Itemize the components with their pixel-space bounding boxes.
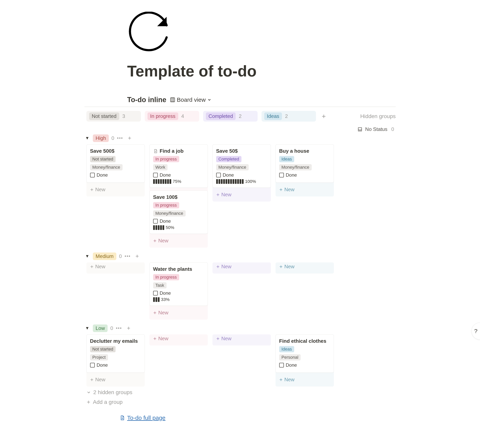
- column-in-progress-medium: Water the plants In progress Task Done 3…: [149, 262, 208, 320]
- checkbox-icon[interactable]: [279, 173, 284, 177]
- new-card-button[interactable]: New: [86, 262, 145, 271]
- count-in-progress: 4: [181, 113, 184, 119]
- group-count-low: 0: [110, 325, 113, 331]
- new-card-button[interactable]: New: [212, 190, 271, 199]
- progress-bars: [153, 225, 164, 230]
- checkbox-icon[interactable]: [153, 291, 158, 295]
- checkbox-icon[interactable]: [279, 363, 284, 367]
- done-label: Done: [160, 290, 171, 296]
- add-group-label: Add a group: [93, 399, 123, 405]
- svg-rect-0: [170, 98, 175, 102]
- tag-status: Ideas: [279, 156, 294, 162]
- group-pill-low[interactable]: Low: [93, 324, 108, 332]
- group-pill-medium[interactable]: Medium: [93, 252, 116, 260]
- tag-status: Ideas: [279, 346, 294, 352]
- hidden-groups-toggle[interactable]: 2 hidden groups: [86, 389, 396, 395]
- new-card-button[interactable]: New: [86, 185, 145, 194]
- no-status-label[interactable]: No Status: [365, 126, 387, 132]
- column-header-in-progress[interactable]: In progress 4: [145, 111, 199, 122]
- column-header-completed[interactable]: Completed 2: [203, 111, 258, 122]
- card-save-500[interactable]: Save 500$ Not started Money/finance Done: [86, 144, 145, 183]
- status-pill-not-started: Not started: [89, 112, 119, 120]
- new-card-button[interactable]: New: [149, 334, 208, 343]
- count-not-started: 3: [122, 113, 125, 119]
- column-header-not-started[interactable]: Not started 3: [86, 111, 141, 122]
- card-ethical-clothes[interactable]: Find ethical clothes Ideas Personal Done: [275, 334, 334, 373]
- card-title: Save 500$: [90, 148, 115, 154]
- column-in-progress-low: New: [149, 334, 208, 345]
- tag-category: Money/finance: [279, 164, 312, 170]
- refresh-icon: [127, 12, 170, 55]
- card-save-100[interactable]: Save 100$ In progress Money/finance Done…: [149, 190, 208, 234]
- column-completed-low: New: [212, 334, 271, 345]
- progress-pct: 75%: [173, 179, 181, 184]
- card-declutter-emails[interactable]: Declutter my emails Not started Project …: [86, 334, 145, 373]
- new-card-button[interactable]: New: [212, 262, 271, 271]
- new-card-button[interactable]: New: [149, 308, 208, 317]
- inbox-icon: [357, 127, 362, 132]
- tag-category: Task: [153, 282, 167, 288]
- divider: [85, 107, 396, 107]
- status-pill-ideas: Ideas: [264, 112, 282, 120]
- column-header-ideas[interactable]: Ideas 2: [261, 111, 316, 122]
- group-pill-high[interactable]: High: [93, 134, 109, 142]
- tag-status: In progress: [153, 274, 179, 280]
- full-page-link[interactable]: To-do full page: [120, 414, 396, 421]
- card-title: Declutter my emails: [90, 338, 138, 344]
- status-pill-completed: Completed: [206, 112, 236, 120]
- tag-category: Project: [90, 354, 108, 360]
- new-card-button[interactable]: New: [212, 334, 271, 343]
- group-menu-low[interactable]: •••: [116, 325, 122, 331]
- new-card-button[interactable]: New: [86, 375, 145, 384]
- done-label: Done: [160, 218, 171, 224]
- column-in-progress-high: Find a job In progress Work Done 75% Sav…: [149, 144, 208, 248]
- card-save-50[interactable]: Save 50$ Completed Money/finance Done 10…: [212, 144, 271, 188]
- checkbox-icon[interactable]: [90, 173, 95, 177]
- card-buy-house[interactable]: Buy a house Ideas Money/finance Done: [275, 144, 334, 183]
- checkbox-icon[interactable]: [216, 173, 221, 177]
- help-button[interactable]: ?: [472, 322, 480, 340]
- database-title[interactable]: To-do inline: [127, 96, 166, 104]
- group-toggle-low[interactable]: ▼: [85, 326, 90, 331]
- group-count-high: 0: [112, 135, 114, 141]
- new-card-button[interactable]: New: [275, 375, 334, 384]
- group-toggle-medium[interactable]: ▼: [85, 254, 90, 259]
- checkbox-icon[interactable]: [90, 363, 95, 367]
- card-find-job[interactable]: Find a job In progress Work Done 75%: [149, 144, 208, 188]
- checkbox-icon[interactable]: [153, 219, 158, 224]
- card-water-plants[interactable]: Water the plants In progress Task Done 3…: [149, 262, 208, 306]
- chevron-down-icon: [207, 98, 212, 102]
- group-menu-medium[interactable]: •••: [125, 253, 131, 259]
- new-card-button[interactable]: New: [149, 237, 208, 245]
- count-ideas: 2: [285, 113, 288, 119]
- new-card-button[interactable]: New: [275, 262, 334, 271]
- progress-bars: [153, 297, 160, 302]
- add-column-button[interactable]: [320, 112, 328, 120]
- done-label: Done: [97, 172, 108, 178]
- progress-pct: 33%: [161, 297, 170, 302]
- new-card-button[interactable]: New: [275, 185, 334, 194]
- column-ideas-medium: New: [275, 262, 334, 273]
- card-title: Find ethical clothes: [279, 338, 326, 344]
- progress-bars: [216, 179, 244, 184]
- group-add-low[interactable]: [125, 324, 133, 332]
- add-group-button[interactable]: Add a group: [86, 399, 396, 405]
- done-label: Done: [286, 172, 297, 178]
- group-toggle-high[interactable]: ▼: [85, 136, 90, 141]
- column-ideas-high: Buy a house Ideas Money/finance Done New: [275, 144, 334, 196]
- view-switcher[interactable]: Board view: [170, 97, 212, 103]
- count-completed: 2: [239, 113, 241, 119]
- tag-status: Not started: [90, 346, 116, 352]
- hidden-groups-label[interactable]: Hidden groups: [360, 113, 395, 119]
- page-icon: [153, 149, 158, 154]
- column-not-started-medium: New: [86, 262, 145, 273]
- group-add-high[interactable]: [126, 134, 134, 142]
- status-pill-in-progress: In progress: [148, 112, 178, 120]
- card-title: Save 100$: [153, 194, 178, 200]
- card-title: Water the plants: [153, 266, 192, 272]
- group-add-medium[interactable]: [133, 252, 141, 260]
- checkbox-icon[interactable]: [153, 173, 158, 177]
- group-menu-high[interactable]: •••: [117, 135, 123, 141]
- tag-category: Money/finance: [90, 164, 123, 170]
- tag-status: In progress: [153, 202, 179, 208]
